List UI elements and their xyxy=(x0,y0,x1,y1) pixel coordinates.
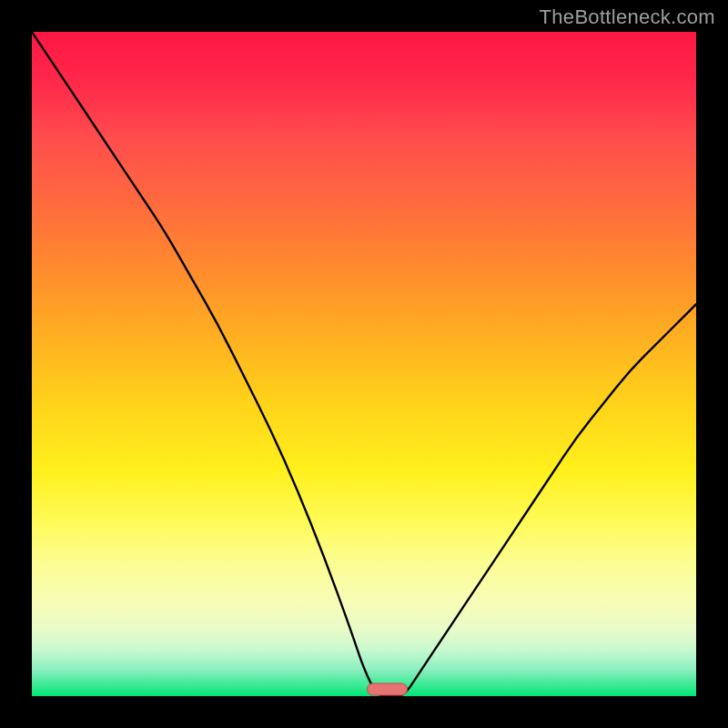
bottleneck-curve xyxy=(32,32,696,696)
chart-frame: TheBottleneck.com xyxy=(0,0,728,728)
optimal-marker xyxy=(368,683,408,695)
curve-layer xyxy=(32,32,696,696)
watermark-text: TheBottleneck.com xyxy=(540,5,715,29)
plot-area xyxy=(32,32,696,696)
